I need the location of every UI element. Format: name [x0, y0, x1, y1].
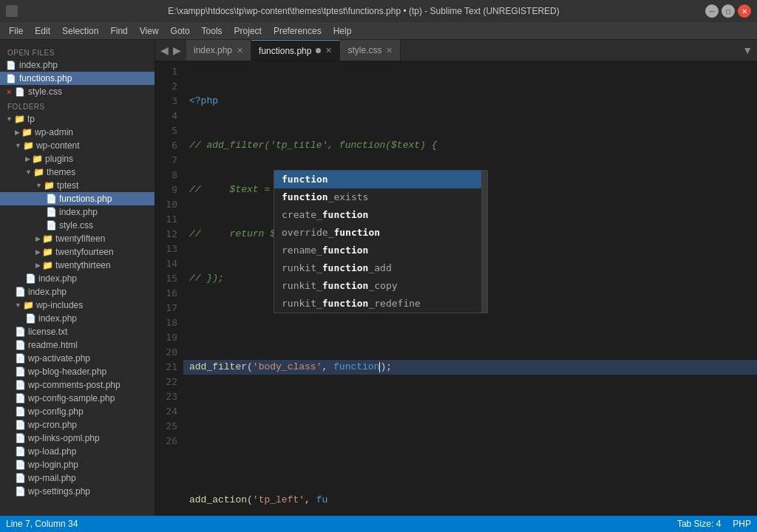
- close-button[interactable]: ✕: [738, 4, 751, 18]
- tree-style-css-tptest[interactable]: 📄 style.css: [0, 219, 155, 232]
- minimize-button[interactable]: ─: [705, 4, 719, 18]
- tree-wp-cron-php[interactable]: 📄 wp-cron.php: [0, 418, 155, 432]
- ac-item-runkit-function-add[interactable]: runkit_function_add: [274, 259, 487, 277]
- tree-functions-php[interactable]: 📄 functions.php: [0, 192, 155, 205]
- tree-wp-activate-php[interactable]: 📄 wp-activate.php: [0, 352, 155, 365]
- ac-item-rename-function[interactable]: rename_function: [274, 242, 487, 259]
- tree-twentyfourteen[interactable]: ▶ 📁 twentyfourteen: [0, 245, 155, 259]
- menu-tools[interactable]: Tools: [196, 24, 228, 38]
- nav-back-button[interactable]: ◀: [158, 43, 171, 58]
- app-icon: [6, 5, 18, 17]
- menu-goto[interactable]: Goto: [165, 24, 196, 38]
- ac-item-create-function[interactable]: create_function: [274, 206, 487, 224]
- close-icon[interactable]: ✕: [6, 88, 12, 96]
- tree-twentythirteen[interactable]: ▶ 📁 twentythirteen: [0, 259, 155, 272]
- tree-index-php-wpcontent[interactable]: 📄 index.php: [0, 272, 155, 285]
- tab-modified-dot: [316, 48, 321, 53]
- file-icon: 📄: [15, 353, 26, 364]
- tree-wp-comments-post-php[interactable]: 📄 wp-comments-post.php: [0, 378, 155, 392]
- tree-tptest[interactable]: ▼ 📁 tptest: [0, 179, 155, 192]
- tree-index-php-tp[interactable]: 📄 index.php: [0, 285, 155, 299]
- code-line-1: <?php: [183, 94, 757, 109]
- file-icon: 📄: [15, 460, 26, 470]
- tab-nav-row: ◀ ▶ index.php ✕ functions.php ✕ style.cs…: [155, 40, 757, 61]
- chevron-down-icon: ▼: [35, 182, 42, 189]
- language-mode[interactable]: PHP: [733, 519, 751, 529]
- tab-index-php[interactable]: index.php ✕: [186, 40, 251, 61]
- menu-file[interactable]: File: [3, 24, 29, 38]
- tab-close-functions-php[interactable]: ✕: [325, 46, 332, 55]
- tree-tp[interactable]: ▼ 📁 tp: [0, 112, 155, 126]
- autocomplete-scrollbar[interactable]: [481, 171, 487, 313]
- editor-container: ◀ ▶ index.php ✕ functions.php ✕ style.cs…: [155, 40, 757, 516]
- file-icon: 📄: [6, 61, 16, 70]
- menu-selection[interactable]: Selection: [56, 24, 104, 38]
- menu-edit[interactable]: Edit: [29, 24, 56, 38]
- open-files-label: OPEN FILES: [0, 44, 155, 58]
- sidebar-file-index-php[interactable]: 📄 index.php: [0, 58, 155, 72]
- tree-wp-load-php[interactable]: 📄 wp-load.php: [0, 445, 155, 458]
- tree-wp-config-php[interactable]: 📄 wp-config.php: [0, 405, 155, 418]
- code-line-7: add_filter('body_class', function);: [183, 360, 757, 375]
- tree-themes[interactable]: ▼ 📁 themes: [0, 166, 155, 179]
- tree-wp-settings-php[interactable]: 📄 wp-settings.php: [0, 485, 155, 498]
- menu-find[interactable]: Find: [104, 24, 133, 38]
- file-icon: 📄: [46, 207, 57, 217]
- file-icon: 📄: [15, 446, 26, 457]
- tab-style-css[interactable]: style.css ✕: [340, 40, 401, 61]
- chevron-right-icon: ▶: [35, 235, 41, 242]
- ac-item-runkit-function-copy[interactable]: runkit_function_copy: [274, 277, 487, 295]
- tree-readme-html[interactable]: 📄 readme.html: [0, 338, 155, 352]
- sidebar-file-functions-php[interactable]: 📄 functions.php: [0, 72, 155, 85]
- editor[interactable]: 1 2 3 4 5 6 7 8 9 10 11 12 13 14 15 16 1…: [155, 61, 757, 516]
- menu-project[interactable]: Project: [228, 24, 268, 38]
- menu-view[interactable]: View: [134, 24, 165, 38]
- tab-close-index-php[interactable]: ✕: [237, 46, 243, 55]
- ac-item-override-function[interactable]: override_function: [274, 224, 487, 242]
- tree-wp-config-sample-php[interactable]: 📄 wp-config-sample.php: [0, 392, 155, 405]
- file-icon: 📄: [15, 473, 26, 483]
- folder-icon: 📁: [44, 180, 55, 191]
- menu-help[interactable]: Help: [327, 24, 358, 38]
- tree-wp-links-opml-php[interactable]: 📄 wp-links-opml.php: [0, 432, 155, 445]
- tree-plugins[interactable]: ▶ 📁 plugins: [0, 152, 155, 166]
- maximize-button[interactable]: □: [722, 4, 735, 18]
- file-icon: 📄: [15, 87, 25, 97]
- tab-close-style-css[interactable]: ✕: [386, 46, 393, 55]
- tree-wp-blog-header-php[interactable]: 📄 wp-blog-header.php: [0, 365, 155, 378]
- status-left: Line 7, Column 34: [6, 519, 78, 529]
- autocomplete-dropdown[interactable]: function function_exists create_function…: [274, 170, 488, 313]
- tab-overflow-button[interactable]: ▼: [738, 44, 757, 56]
- tree-twentyfifteen[interactable]: ▶ 📁 twentyfifteen: [0, 232, 155, 245]
- code-line-9: [183, 449, 757, 463]
- chevron-right-icon: ▶: [15, 129, 20, 136]
- tree-wp-includes[interactable]: ▼ 📁 wp-includes: [0, 299, 155, 312]
- folder-icon: 📁: [23, 300, 34, 310]
- tab-label: style.css: [347, 45, 381, 55]
- tree-wp-login-php[interactable]: 📄 wp-login.php: [0, 458, 155, 471]
- folder-icon: 📁: [32, 154, 43, 164]
- ac-item-runkit-function-redefine[interactable]: runkit_function_redefine: [274, 295, 487, 313]
- ac-item-function[interactable]: function: [274, 171, 487, 188]
- sidebar: OPEN FILES 📄 index.php 📄 functions.php ✕…: [0, 40, 155, 516]
- tree-index-php-tptest[interactable]: 📄 index.php: [0, 205, 155, 219]
- tree-wp-content[interactable]: ▼ 📁 wp-content: [0, 139, 155, 152]
- menu-preferences[interactable]: Preferences: [268, 24, 327, 38]
- tab-functions-php[interactable]: functions.php ✕: [251, 40, 340, 61]
- window-controls[interactable]: ─ □ ✕: [705, 4, 751, 18]
- file-icon: 📄: [25, 273, 36, 284]
- file-icon: 📄: [15, 327, 26, 337]
- main-area: OPEN FILES 📄 index.php 📄 functions.php ✕…: [0, 40, 757, 516]
- chevron-down-icon: ▼: [25, 168, 32, 176]
- tab-size[interactable]: Tab Size: 4: [677, 519, 721, 529]
- file-icon: 📄: [15, 366, 26, 377]
- ac-item-function-exists[interactable]: function_exists: [274, 188, 487, 206]
- sidebar-file-style-css[interactable]: ✕ 📄 style.css: [0, 85, 155, 98]
- tree-wp-mail-php[interactable]: 📄 wp-mail.php: [0, 471, 155, 485]
- tree-license-txt[interactable]: 📄 license.txt: [0, 325, 155, 338]
- file-icon: 📄: [15, 420, 26, 430]
- file-icon: 📄: [46, 194, 57, 204]
- tree-wp-admin[interactable]: ▶ 📁 wp-admin: [0, 126, 155, 139]
- nav-forward-button[interactable]: ▶: [171, 43, 183, 58]
- tree-index-php-wpincludes[interactable]: 📄 index.php: [0, 312, 155, 325]
